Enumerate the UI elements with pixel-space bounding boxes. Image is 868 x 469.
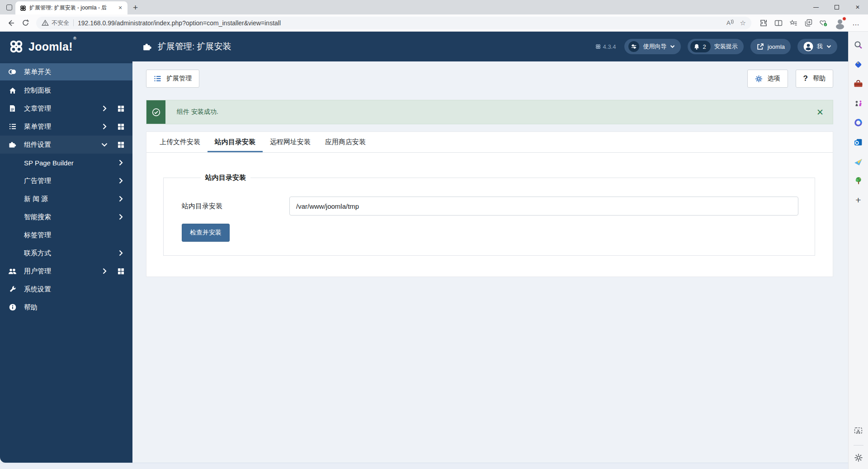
sidebar-subitem-banners[interactable]: 广告管理 [0, 172, 132, 190]
chevron-right-icon [100, 123, 109, 130]
browser-tab-active[interactable]: 扩展管理: 扩展安装 - joomla - 后 ✕ [15, 1, 127, 14]
notification-dot [842, 17, 846, 21]
collections-icon[interactable] [804, 19, 812, 27]
dashboard-grid-icon[interactable] [116, 268, 125, 275]
read-aloud-icon[interactable]: A [726, 19, 734, 26]
toolbar-icons: … [760, 18, 860, 28]
sidebar-subitem-contacts[interactable]: 联系方式 [0, 244, 132, 262]
window-controls: — ✕ [806, 0, 868, 14]
sidebar-subitem-tags[interactable]: 标签管理 [0, 226, 132, 244]
user-icon [803, 42, 813, 52]
back-button[interactable] [4, 16, 18, 30]
minimize-button[interactable]: — [806, 0, 826, 14]
install-tabs: 上传文件安装 站内目录安装 远程网址安装 应用商店安装 [146, 132, 833, 153]
page-bottom-strip [0, 463, 848, 469]
sidebar-item-menus[interactable]: 菜单管理 [0, 117, 132, 136]
help-button[interactable]: ? 帮助 [796, 70, 833, 88]
notification-capsule: 2 [690, 41, 710, 52]
sidebar-item-system[interactable]: 系统设置 [0, 280, 132, 298]
sidebar-subitem-smart-search[interactable]: 智能搜索 [0, 208, 132, 226]
microsoft-365-icon[interactable] [852, 116, 865, 129]
maximize-icon [835, 5, 839, 9]
tab-close-icon[interactable]: ✕ [117, 5, 124, 11]
tab-install-from-web[interactable]: 应用商店安装 [318, 132, 373, 152]
manage-extensions-button[interactable]: 扩展管理 [146, 70, 199, 88]
games-icon[interactable] [852, 96, 865, 110]
tab-install-from-folder[interactable]: 站内目录安装 [208, 132, 263, 152]
drop-icon[interactable] [852, 155, 865, 168]
edge-settings-icon[interactable] [852, 451, 865, 464]
sidebar-item-label: 新 闻 源 [24, 195, 109, 203]
chevron-down-icon [670, 45, 675, 48]
sidebar-item-label: 标签管理 [24, 231, 125, 239]
joomla-admin-app: Joomla!® 扩展管理: 扩展安装 4.3.4 使用向导 [0, 32, 848, 469]
profile-avatar[interactable] [835, 18, 845, 28]
dashboard-grid-icon[interactable] [116, 141, 125, 148]
article-icon [8, 105, 17, 112]
post-install-label: 安装提示 [714, 42, 738, 51]
user-menu-button[interactable]: 我 [797, 39, 837, 54]
check-and-install-button[interactable]: 检查并安装 [182, 224, 230, 242]
maximize-button[interactable] [826, 0, 847, 14]
logo-registered-mark: ® [73, 36, 76, 41]
url-text[interactable]: 192.168.0.99/administrator/index.php?opt… [78, 19, 722, 27]
tab-actions-menu-button[interactable] [3, 2, 15, 13]
sidebar-item-content[interactable]: 文章管理 [0, 99, 132, 117]
alert-icon-strip [146, 100, 165, 124]
sidebar-item-label: 系统设置 [24, 285, 125, 294]
browser-menu-icon[interactable]: … [852, 19, 860, 27]
home-icon [8, 87, 17, 94]
sidebar-item-label: SP Page Builder [24, 159, 109, 167]
dashboard-grid-icon[interactable] [116, 105, 125, 112]
chevron-right-icon [100, 268, 109, 274]
main-content: 扩展管理 选项 ? 帮助 [132, 61, 848, 463]
users-icon [8, 268, 17, 275]
sidebar-item-dashboard[interactable]: 控制面板 [0, 81, 132, 99]
post-install-messages-button[interactable]: 2 安装提示 [688, 39, 743, 54]
joomla-logo-icon [9, 39, 24, 54]
shopping-icon[interactable] [852, 57, 865, 71]
folder-field-label: 站内目录安装 [182, 202, 289, 211]
sidebar-item-components[interactable]: 组件设置 [0, 136, 132, 154]
toolbox-icon[interactable] [852, 77, 865, 90]
sidebar-item-users[interactable]: 用户管理 [0, 262, 132, 280]
security-badge[interactable]: 不安全 [42, 19, 69, 27]
favorite-star-icon[interactable]: ☆ [740, 19, 746, 27]
split-screen-icon[interactable] [774, 19, 783, 27]
browser-window: 扩展管理: 扩展安装 - joomla - 后 ✕ + — ✕ 不安全 192.… [0, 0, 868, 469]
dashboard-grid-icon[interactable] [116, 123, 125, 130]
sidebar-item-menu-toggle[interactable]: 菜单开关 [0, 63, 132, 80]
sidebar-subitem-sp-page-builder[interactable]: SP Page Builder [0, 154, 132, 172]
refresh-button[interactable] [18, 16, 33, 30]
sidebar-item-help[interactable]: 帮助 [0, 298, 132, 316]
folder-path-input[interactable] [289, 197, 798, 216]
puzzle-icon [142, 42, 152, 51]
joomla-logo[interactable]: Joomla!® [0, 39, 132, 54]
tab-install-from-url[interactable]: 远程网址安装 [263, 132, 318, 152]
favorites-icon[interactable] [789, 19, 797, 27]
toolbar-right-buttons: 选项 ? 帮助 [747, 70, 833, 88]
new-tab-button[interactable]: + [133, 3, 138, 12]
search-icon[interactable] [852, 38, 865, 52]
preview-site-button[interactable]: joomla [750, 39, 791, 54]
outlook-icon[interactable] [852, 135, 865, 149]
close-window-button[interactable]: ✕ [847, 0, 868, 14]
tree-icon[interactable] [852, 174, 865, 188]
menus-icon [8, 123, 17, 130]
help-label: 帮助 [813, 75, 826, 83]
extensions-icon[interactable] [760, 19, 768, 27]
tab-panel-install-from-folder: 站内目录安装 站内目录安装 检查并安装 [146, 153, 833, 277]
tab-upload-package[interactable]: 上传文件安装 [152, 132, 208, 152]
read-aloud-letter: A [726, 19, 731, 26]
address-bar[interactable]: 不安全 192.168.0.99/administrator/index.php… [36, 17, 751, 29]
security-label: 不安全 [52, 19, 69, 27]
sidebar-subitem-news-feeds[interactable]: 新 闻 源 [0, 190, 132, 208]
add-sidebar-item-icon[interactable]: + [852, 193, 865, 207]
options-button[interactable]: 选项 [747, 70, 788, 88]
browser-essentials-icon[interactable] [819, 19, 828, 27]
screenshot-icon[interactable] [852, 424, 865, 437]
version-number: 4.3.4 [603, 43, 616, 50]
browser-toolbar: 不安全 192.168.0.99/administrator/index.php… [0, 14, 868, 32]
alert-close-icon[interactable]: ✕ [807, 100, 833, 124]
guided-tour-button[interactable]: 使用向导 [624, 39, 681, 54]
